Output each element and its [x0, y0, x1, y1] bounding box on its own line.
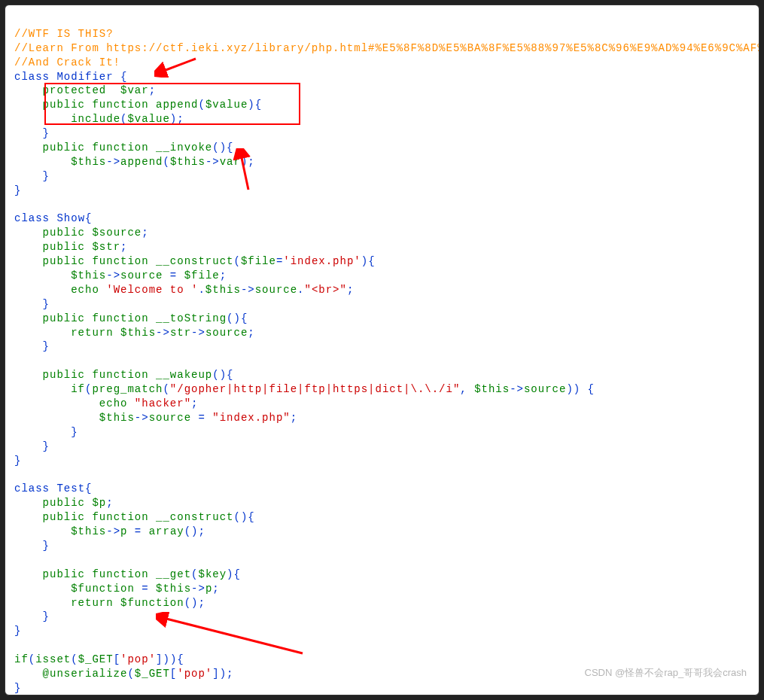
class-name: Show	[56, 212, 85, 224]
string: 'Welcome to '	[106, 284, 198, 296]
class-name: Modifier	[56, 71, 113, 83]
string: "hacker"	[135, 397, 191, 409]
watermark: CSDN @怪兽不会rap_哥哥我会crash	[585, 666, 747, 680]
var: $this	[205, 284, 241, 296]
class-name: Test	[56, 482, 85, 495]
paren: );	[241, 156, 255, 168]
prop: source	[149, 412, 191, 424]
isset: isset	[35, 653, 71, 665]
kw-class: class	[14, 482, 50, 495]
kw-function: function	[92, 255, 148, 267]
fn-name: __wakeup	[156, 369, 212, 381]
var: $key	[198, 568, 227, 580]
brace: }	[43, 540, 50, 552]
prop: source	[120, 269, 163, 282]
var: $file	[241, 255, 276, 267]
assign: =	[127, 525, 148, 537]
bracket: ]);	[212, 668, 233, 680]
kw-public: public	[43, 312, 85, 324]
bracket: ])){	[156, 653, 184, 665]
string: "/gopher|http|file|ftp|https|dict|\.\./i…	[170, 383, 460, 395]
arrow: ->	[135, 412, 149, 424]
semi: ;	[149, 84, 156, 96]
paren: (	[198, 99, 205, 111]
brace: }	[43, 610, 50, 622]
var: $file	[184, 269, 220, 282]
kw-public: public	[43, 568, 85, 580]
assign: =	[163, 269, 184, 282]
arrow: ->	[156, 327, 170, 339]
paren: (){	[212, 142, 233, 154]
prop: var	[220, 156, 241, 168]
comment-line: //Learn From https://ctf.ieki.xyz/librar…	[14, 42, 759, 54]
var: $value	[205, 99, 248, 111]
kw-public: public	[43, 227, 85, 239]
paren: ){	[361, 255, 376, 267]
fn-name: __get	[156, 568, 191, 580]
comment-line: //And Crack It!	[14, 56, 120, 68]
var: $this	[170, 156, 205, 168]
kw-public: public	[43, 497, 85, 509]
semi: ;	[291, 412, 297, 424]
kw-protected: protected	[43, 84, 107, 96]
var: $str	[92, 241, 120, 253]
comma: ,	[460, 383, 474, 395]
kw-if: if	[71, 383, 85, 395]
var: $this	[71, 269, 106, 282]
brace: }	[14, 184, 21, 196]
brace: }	[43, 170, 50, 182]
paren: (){	[233, 511, 254, 523]
prop: p	[205, 583, 212, 595]
var: $p	[92, 497, 106, 509]
prop: source	[205, 327, 248, 339]
paren: )) {	[566, 383, 595, 395]
assign: =	[135, 583, 156, 595]
kw-echo: echo	[71, 284, 99, 296]
var: $value	[127, 113, 169, 125]
kw-function: function	[92, 511, 148, 523]
var: $_GET	[78, 653, 114, 665]
brace: }	[43, 340, 50, 352]
kw-function: function	[92, 99, 148, 111]
prop: source	[524, 383, 566, 395]
semi: ;	[191, 397, 198, 409]
kw-public: public	[43, 99, 85, 111]
arrow: ->	[106, 525, 120, 537]
var: $var	[120, 84, 149, 96]
var: $function	[120, 597, 184, 609]
brace: }	[14, 625, 21, 637]
kw-public: public	[43, 241, 85, 253]
kw-public: public	[43, 255, 85, 267]
var: $_GET	[135, 668, 170, 680]
var: $function	[71, 583, 135, 595]
code-window: //WTF IS THIS? //Learn From https://ctf.…	[5, 5, 759, 695]
semi: ;	[248, 327, 254, 339]
string: 'pop'	[177, 668, 212, 680]
paren: ){	[227, 568, 241, 580]
var: $this	[71, 525, 106, 537]
fn-name: append	[156, 99, 198, 111]
bracket: [	[114, 653, 120, 665]
prop: source	[255, 284, 297, 296]
kw-function: function	[92, 312, 148, 324]
paren: (	[163, 156, 169, 168]
kw-function: function	[92, 369, 148, 381]
assign: =	[191, 412, 212, 424]
kw-class: class	[14, 71, 50, 83]
string: 'pop'	[120, 653, 156, 665]
paren: (){	[212, 369, 233, 381]
fn-name: @unserialize	[43, 668, 128, 680]
code-block: //WTF IS THIS? //Learn From https://ctf.…	[5, 5, 759, 695]
bracket: [	[170, 668, 177, 680]
kw-public: public	[43, 369, 85, 381]
kw-return: return	[71, 327, 113, 339]
dot: .	[198, 284, 205, 296]
paren: ();	[184, 597, 205, 609]
string: "<br>"	[305, 284, 347, 296]
paren: (	[233, 255, 240, 267]
brace: {	[85, 212, 92, 224]
paren: ();	[184, 525, 205, 537]
semi: ;	[220, 269, 227, 282]
var: $this	[120, 327, 156, 339]
kw-function: function	[92, 568, 148, 580]
